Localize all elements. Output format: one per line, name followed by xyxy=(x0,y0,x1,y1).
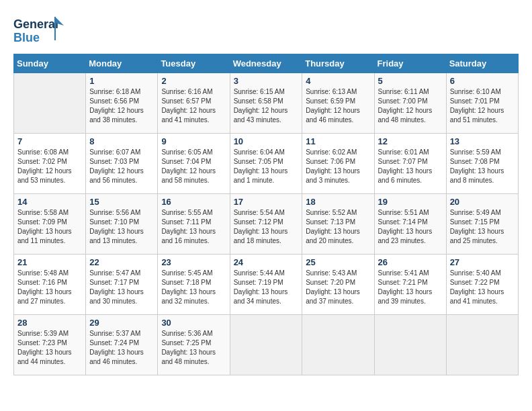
calendar-cell: 28Sunrise: 5:39 AM Sunset: 7:23 PM Dayli… xyxy=(14,315,86,375)
day-number: 24 xyxy=(234,257,299,267)
day-info: Sunrise: 6:01 AM Sunset: 7:07 PM Dayligh… xyxy=(378,148,443,185)
day-info: Sunrise: 5:37 AM Sunset: 7:24 PM Dayligh… xyxy=(89,329,154,367)
calendar-cell: 17Sunrise: 5:54 AM Sunset: 7:12 PM Dayli… xyxy=(230,194,302,255)
day-info: Sunrise: 5:54 AM Sunset: 7:12 PM Dayligh… xyxy=(234,208,299,246)
day-info: Sunrise: 5:43 AM Sunset: 7:20 PM Dayligh… xyxy=(306,269,370,306)
calendar-week-1: 1Sunrise: 6:18 AM Sunset: 6:56 PM Daylig… xyxy=(14,73,519,134)
calendar-cell: 6Sunrise: 6:10 AM Sunset: 7:01 PM Daylig… xyxy=(446,73,518,134)
calendar-week-2: 7Sunrise: 6:08 AM Sunset: 7:02 PM Daylig… xyxy=(14,134,519,194)
calendar-cell: 1Sunrise: 6:18 AM Sunset: 6:56 PM Daylig… xyxy=(86,73,158,134)
calendar-cell: 4Sunrise: 6:13 AM Sunset: 6:59 PM Daylig… xyxy=(302,73,374,134)
day-info: Sunrise: 6:04 AM Sunset: 7:05 PM Dayligh… xyxy=(234,148,299,185)
calendar-cell: 16Sunrise: 5:55 AM Sunset: 7:11 PM Dayli… xyxy=(158,194,230,255)
day-number: 30 xyxy=(161,318,226,328)
day-info: Sunrise: 5:36 AM Sunset: 7:25 PM Dayligh… xyxy=(161,329,226,367)
day-info: Sunrise: 6:07 AM Sunset: 7:03 PM Dayligh… xyxy=(89,148,154,185)
weekday-header-row: SundayMondayTuesdayWednesdayThursdayFrid… xyxy=(14,54,519,73)
calendar-cell: 27Sunrise: 5:40 AM Sunset: 7:22 PM Dayli… xyxy=(446,255,518,315)
day-number: 22 xyxy=(89,257,154,267)
calendar-cell: 24Sunrise: 5:44 AM Sunset: 7:19 PM Dayli… xyxy=(230,255,302,315)
day-number: 26 xyxy=(378,257,443,267)
calendar-cell: 11Sunrise: 6:02 AM Sunset: 7:06 PM Dayli… xyxy=(302,134,374,194)
weekday-header-thursday: Thursday xyxy=(302,54,374,73)
calendar-cell: 2Sunrise: 6:16 AM Sunset: 6:57 PM Daylig… xyxy=(158,73,230,134)
calendar-cell xyxy=(446,315,518,375)
svg-text:Blue: Blue xyxy=(13,31,40,44)
day-number: 20 xyxy=(450,197,515,207)
day-info: Sunrise: 6:08 AM Sunset: 7:02 PM Dayligh… xyxy=(17,148,82,185)
day-number: 13 xyxy=(450,136,515,146)
calendar-cell: 22Sunrise: 5:47 AM Sunset: 7:17 PM Dayli… xyxy=(86,255,158,315)
day-info: Sunrise: 6:10 AM Sunset: 7:01 PM Dayligh… xyxy=(450,87,515,125)
day-number: 2 xyxy=(161,76,226,86)
day-number: 9 xyxy=(161,136,226,146)
logo: GeneralBlue xyxy=(13,13,67,47)
day-info: Sunrise: 5:39 AM Sunset: 7:23 PM Dayligh… xyxy=(17,329,82,367)
day-number: 16 xyxy=(161,197,226,207)
day-number: 14 xyxy=(17,197,82,207)
calendar-cell: 14Sunrise: 5:58 AM Sunset: 7:09 PM Dayli… xyxy=(14,194,86,255)
day-info: Sunrise: 5:58 AM Sunset: 7:09 PM Dayligh… xyxy=(17,208,82,246)
calendar-cell: 18Sunrise: 5:52 AM Sunset: 7:13 PM Dayli… xyxy=(302,194,374,255)
day-info: Sunrise: 5:44 AM Sunset: 7:19 PM Dayligh… xyxy=(234,269,299,306)
calendar-cell xyxy=(230,315,302,375)
calendar-cell: 23Sunrise: 5:45 AM Sunset: 7:18 PM Dayli… xyxy=(158,255,230,315)
calendar-cell xyxy=(302,315,374,375)
day-info: Sunrise: 6:18 AM Sunset: 6:56 PM Dayligh… xyxy=(89,87,154,125)
calendar-cell: 9Sunrise: 6:05 AM Sunset: 7:04 PM Daylig… xyxy=(158,134,230,194)
day-info: Sunrise: 5:49 AM Sunset: 7:15 PM Dayligh… xyxy=(450,208,515,246)
day-number: 12 xyxy=(378,136,443,146)
day-info: Sunrise: 6:15 AM Sunset: 6:58 PM Dayligh… xyxy=(234,87,299,125)
day-info: Sunrise: 5:52 AM Sunset: 7:13 PM Dayligh… xyxy=(306,208,370,246)
calendar-cell: 3Sunrise: 6:15 AM Sunset: 6:58 PM Daylig… xyxy=(230,73,302,134)
day-number: 6 xyxy=(450,76,515,86)
day-number: 23 xyxy=(161,257,226,267)
day-info: Sunrise: 5:56 AM Sunset: 7:10 PM Dayligh… xyxy=(89,208,154,246)
weekday-header-friday: Friday xyxy=(374,54,446,73)
calendar-cell: 10Sunrise: 6:04 AM Sunset: 7:05 PM Dayli… xyxy=(230,134,302,194)
day-number: 25 xyxy=(306,257,370,267)
day-info: Sunrise: 6:11 AM Sunset: 7:00 PM Dayligh… xyxy=(378,87,443,125)
calendar-cell: 20Sunrise: 5:49 AM Sunset: 7:15 PM Dayli… xyxy=(446,194,518,255)
calendar-cell: 15Sunrise: 5:56 AM Sunset: 7:10 PM Dayli… xyxy=(86,194,158,255)
calendar-table: SundayMondayTuesdayWednesdayThursdayFrid… xyxy=(13,54,519,375)
calendar-cell: 12Sunrise: 6:01 AM Sunset: 7:07 PM Dayli… xyxy=(374,134,446,194)
day-info: Sunrise: 5:51 AM Sunset: 7:14 PM Dayligh… xyxy=(378,208,443,246)
day-number: 27 xyxy=(450,257,515,267)
day-info: Sunrise: 5:59 AM Sunset: 7:08 PM Dayligh… xyxy=(450,148,515,185)
calendar-cell: 26Sunrise: 5:41 AM Sunset: 7:21 PM Dayli… xyxy=(374,255,446,315)
day-info: Sunrise: 5:45 AM Sunset: 7:18 PM Dayligh… xyxy=(161,269,226,306)
day-info: Sunrise: 5:47 AM Sunset: 7:17 PM Dayligh… xyxy=(89,269,154,306)
calendar-week-4: 21Sunrise: 5:48 AM Sunset: 7:16 PM Dayli… xyxy=(14,255,519,315)
calendar-cell: 13Sunrise: 5:59 AM Sunset: 7:08 PM Dayli… xyxy=(446,134,518,194)
day-number: 29 xyxy=(89,318,154,328)
page-header: GeneralBlue xyxy=(13,13,519,47)
day-info: Sunrise: 6:05 AM Sunset: 7:04 PM Dayligh… xyxy=(161,148,226,185)
calendar-cell: 29Sunrise: 5:37 AM Sunset: 7:24 PM Dayli… xyxy=(86,315,158,375)
day-number: 4 xyxy=(306,76,370,86)
calendar-cell: 19Sunrise: 5:51 AM Sunset: 7:14 PM Dayli… xyxy=(374,194,446,255)
day-number: 1 xyxy=(89,76,154,86)
day-number: 7 xyxy=(17,136,82,146)
day-number: 8 xyxy=(89,136,154,146)
day-number: 3 xyxy=(234,76,299,86)
weekday-header-sunday: Sunday xyxy=(14,54,86,73)
weekday-header-wednesday: Wednesday xyxy=(230,54,302,73)
day-info: Sunrise: 5:40 AM Sunset: 7:22 PM Dayligh… xyxy=(450,269,515,306)
day-number: 28 xyxy=(17,318,82,328)
calendar-cell: 21Sunrise: 5:48 AM Sunset: 7:16 PM Dayli… xyxy=(14,255,86,315)
day-info: Sunrise: 6:16 AM Sunset: 6:57 PM Dayligh… xyxy=(161,87,226,125)
svg-text:General: General xyxy=(13,17,58,31)
weekday-header-saturday: Saturday xyxy=(446,54,518,73)
day-number: 18 xyxy=(306,197,370,207)
day-info: Sunrise: 5:55 AM Sunset: 7:11 PM Dayligh… xyxy=(161,208,226,246)
day-info: Sunrise: 6:02 AM Sunset: 7:06 PM Dayligh… xyxy=(306,148,370,185)
weekday-header-monday: Monday xyxy=(86,54,158,73)
calendar-cell xyxy=(14,73,86,134)
day-number: 21 xyxy=(17,257,82,267)
day-number: 5 xyxy=(378,76,443,86)
day-number: 17 xyxy=(234,197,299,207)
day-number: 15 xyxy=(89,197,154,207)
calendar-cell: 5Sunrise: 6:11 AM Sunset: 7:00 PM Daylig… xyxy=(374,73,446,134)
day-number: 11 xyxy=(306,136,370,146)
